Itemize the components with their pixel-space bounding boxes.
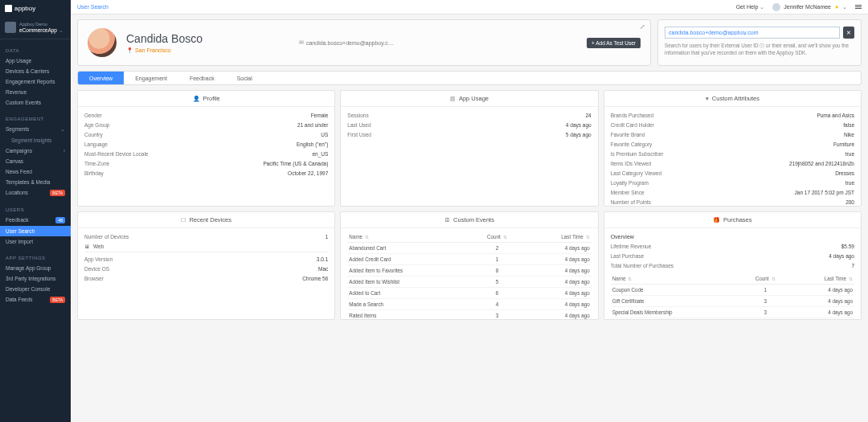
sidebar-user-search[interactable]: User Search <box>0 226 71 236</box>
sidebar: appboy Appboy Demo eCommerceApp ⌄ DATA A… <box>0 0 71 422</box>
table-row: Added Item to Wishlist54 days ago <box>347 277 591 288</box>
expand-icon[interactable]: ⤢ <box>640 23 645 31</box>
sidebar-locations[interactable]: LocationsBETA <box>0 187 71 199</box>
kv-row: Device OSMac <box>84 264 328 273</box>
recent-devices-panel: ☐Recent Devices Number of Devices1 🖥Web … <box>77 211 335 320</box>
brand-logo[interactable]: appboy <box>0 0 71 17</box>
chevron-down-icon: ⌄ <box>760 4 764 10</box>
sidebar-user-import[interactable]: User Import <box>0 236 71 247</box>
user-search-input[interactable] <box>665 27 840 39</box>
kv-row: Sessions24 <box>347 110 591 120</box>
kv-row: Credit Card Holderfalse <box>611 120 854 129</box>
col-name[interactable]: Name <box>347 231 472 243</box>
kv-row: First Used5 days ago <box>347 129 591 139</box>
tab-engagement[interactable]: Engagement <box>124 72 178 84</box>
sidebar-custom-events[interactable]: Custom Events <box>0 97 71 108</box>
custom-events-panel: 🗓Custom Events Name Count Last Time Aban… <box>340 211 598 320</box>
top-bar: User Search Get Help ⌄ Jennifer McNamee … <box>71 0 868 14</box>
kv-row: Age Group21 and under <box>84 120 328 129</box>
table-row: Coupon Code14 days ago <box>611 285 854 296</box>
get-help-link[interactable]: Get Help ⌄ <box>736 4 765 10</box>
sidebar-segments[interactable]: Segments⌄ <box>0 124 71 135</box>
sidebar-manage-app-group[interactable]: Manage App Group <box>0 263 71 273</box>
purchases-panel: 🎁Purchases Overview Lifetime Revenue$5.5… <box>604 211 862 320</box>
kv-row: Member SinceJan 17 2017 5:02 pm JST <box>611 187 854 197</box>
sidebar-dev-console[interactable]: Developer Console <box>0 284 71 294</box>
section-app-settings: APP SETTINGS <box>0 252 71 263</box>
kv-row: CountryUS <box>84 129 328 139</box>
col-name[interactable]: Name <box>611 273 742 285</box>
tab-bar: Overview Engagement Feedback Social <box>77 71 862 85</box>
user-email: ✉candida.bosco+demo@appboy.c… <box>299 39 394 46</box>
user-location: 📍San Francisco <box>126 47 203 54</box>
table-row: Added Credit Card14 days ago <box>347 254 591 265</box>
table-row: Made a Search44 days ago <box>347 299 591 310</box>
logo-mark-icon <box>5 5 12 12</box>
sidebar-integrations[interactable]: 3rd Party Integrations <box>0 273 71 284</box>
kv-row: Last Category ViewedDresses <box>611 168 854 178</box>
kv-row: Last Purchase4 days ago <box>611 251 854 260</box>
kv-row: BrowserChrome 56 <box>84 273 328 283</box>
section-users: USERS <box>0 204 71 215</box>
table-row: Added to Cart64 days ago <box>347 288 591 299</box>
section-engagement: ENGAGEMENT <box>0 113 71 124</box>
beta-badge: BETA <box>50 190 65 196</box>
sidebar-feedback[interactable]: Feedback48 <box>0 215 71 226</box>
sidebar-campaigns[interactable]: Campaigns› <box>0 145 71 156</box>
hamburger-menu-icon[interactable] <box>855 5 862 9</box>
add-test-user-button[interactable]: + Add As Test User <box>587 38 641 48</box>
feedback-count-badge: 48 <box>55 217 65 223</box>
chevron-down-icon: ⌄ <box>842 4 847 10</box>
sidebar-news-feed[interactable]: News Feed <box>0 166 71 177</box>
col-last-time[interactable]: Last Time <box>522 231 592 243</box>
kv-row: Brands PurchasedPuma and Asics <box>611 110 854 120</box>
page-title: User Search <box>77 4 108 10</box>
kv-row: App Version3.0.1 <box>84 254 328 264</box>
profile-panel: 👤Profile GenderFemaleAge Group21 and und… <box>77 90 335 207</box>
app-group-selector[interactable]: Appboy Demo eCommerceApp ⌄ <box>0 17 71 39</box>
tab-overview[interactable]: Overview <box>78 72 124 84</box>
kv-row: Last Used4 days ago <box>347 120 591 129</box>
chevron-right-icon: › <box>63 148 65 154</box>
tab-feedback[interactable]: Feedback <box>178 72 226 84</box>
chart-bar-icon: ▥ <box>450 96 456 102</box>
main: User Search Get Help ⌄ Jennifer McNamee … <box>71 0 868 422</box>
kv-row: Favorite CategoryFurniture <box>611 139 854 149</box>
user-search-card: ✕ Search for users by their External Use… <box>657 19 862 66</box>
kv-row: Time-ZonePacific Time (US & Canada) <box>84 158 328 168</box>
calendar-icon: 🗓 <box>444 217 450 223</box>
custom-events-table: Name Count Last Time Abandoned Cart24 da… <box>347 231 591 319</box>
sidebar-devices[interactable]: Devices & Carriers <box>0 66 71 76</box>
sidebar-revenue[interactable]: Revenue <box>0 87 71 97</box>
sidebar-engagement-reports[interactable]: Engagement Reports <box>0 76 71 87</box>
gift-icon: 🎁 <box>713 217 720 223</box>
kv-row: Favorite BrandNike <box>611 129 854 139</box>
tab-social[interactable]: Social <box>226 72 264 84</box>
custom-attributes-panel: ♥Custom Attributes Brands PurchasedPuma … <box>604 90 862 207</box>
section-data: DATA <box>0 45 71 55</box>
phone-icon: ☐ <box>181 217 186 223</box>
chevron-down-icon: ⌄ <box>60 126 65 133</box>
star-icon: ★ <box>834 4 839 10</box>
sidebar-segment-insights[interactable]: Segment Insights <box>0 135 71 145</box>
col-count[interactable]: Count <box>472 231 522 243</box>
kv-row: Number of Points200 <box>611 197 854 206</box>
account-menu[interactable]: Jennifer McNamee ★ ⌄ <box>772 3 847 11</box>
heart-icon: ♥ <box>706 96 709 101</box>
col-count[interactable]: Count <box>741 273 788 285</box>
user-hero-card: ⤢ Candida Bosco 📍San Francisco ✉candida.… <box>77 19 651 66</box>
purchases-table: Name Count Last Time Coupon Code14 days … <box>611 273 854 318</box>
table-row: Added Item to Favorites84 days ago <box>347 265 591 277</box>
col-last-time[interactable]: Last Time <box>789 273 854 285</box>
table-row: Rated Items34 days ago <box>347 310 591 320</box>
sidebar-data-feeds[interactable]: Data FeedsBETA <box>0 294 71 305</box>
sidebar-app-usage[interactable]: App Usage <box>0 55 71 66</box>
kv-row: Most-Recent Device Localeen_US <box>84 149 328 158</box>
kv-row: BirthdayOctober 22, 1997 <box>84 168 328 178</box>
clear-search-button[interactable]: ✕ <box>843 27 854 39</box>
kv-row: Items IDs Viewed219jh8052 and 2912418n2b <box>611 158 854 168</box>
search-help-text: Search for users by their External User … <box>665 43 854 56</box>
sidebar-canvas[interactable]: Canvas <box>0 156 71 166</box>
kv-row: Lifetime Revenue$5.59 <box>611 241 854 251</box>
sidebar-templates[interactable]: Templates & Media <box>0 177 71 187</box>
